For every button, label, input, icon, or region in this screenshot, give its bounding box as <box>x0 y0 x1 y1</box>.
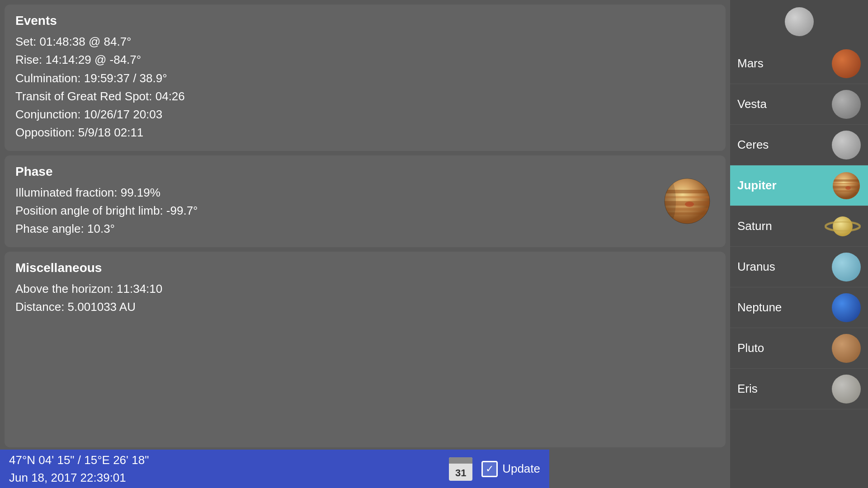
events-body: Set: 01:48:38 @ 84.7° Rise: 14:14:29 @ -… <box>15 33 715 142</box>
sidebar-item-uranus[interactable]: Uranus <box>730 247 868 287</box>
sidebar-item-neptune-label: Neptune <box>737 300 782 314</box>
svg-rect-13 <box>833 183 860 184</box>
events-line-4: Transit of Great Red Spot: 04:26 <box>15 87 715 105</box>
sidebar-item-saturn[interactable]: Saturn <box>730 206 868 247</box>
sidebar-item-saturn-label: Saturn <box>737 219 772 233</box>
illuminated-fraction: Illuminated fraction: 99.19% <box>15 183 715 202</box>
position-angle: Position angle of bright limb: -99.7° <box>15 202 715 220</box>
phase-title: Phase <box>15 164 715 179</box>
sidebar-item-pluto[interactable]: Pluto <box>730 328 868 369</box>
events-title: Events <box>15 14 715 28</box>
sidebar-item-ceres[interactable]: Ceres <box>730 125 868 165</box>
sidebar-item-ceres-label: Ceres <box>737 138 769 152</box>
sidebar-item-eris-label: Eris <box>737 382 758 396</box>
events-card: Events Set: 01:48:38 @ 84.7° Rise: 14:14… <box>5 5 726 151</box>
coordinates: 47°N 04' 15" / 15°E 26' 18" <box>9 451 440 469</box>
events-line-5: Conjunction: 10/26/17 20:03 <box>15 105 715 123</box>
vesta-ball <box>832 90 861 119</box>
svg-point-16 <box>845 186 851 190</box>
sidebar-item-uranus-label: Uranus <box>737 260 775 274</box>
sidebar-item-mars[interactable]: Mars <box>730 43 868 84</box>
ceres-ball <box>832 131 861 160</box>
jupiter-phase-image <box>662 176 712 226</box>
svg-rect-15 <box>833 190 860 192</box>
phase-angle: Phase angle: 10.3° <box>15 220 715 238</box>
checkbox-icon: ✓ <box>481 461 498 477</box>
events-line-3: Culmination: 19:59:37 / 38.9° <box>15 69 715 87</box>
uranus-ball <box>832 253 861 282</box>
bottom-bar: 47°N 04' 15" / 15°E 26' 18" Jun 18, 2017… <box>0 450 549 488</box>
bottom-bar-actions: 31 ✓ Update <box>449 457 540 481</box>
sidebar-item-jupiter[interactable]: Jupiter <box>730 165 868 206</box>
sidebar-top-planet <box>785 7 814 36</box>
calendar-number: 31 <box>455 467 466 479</box>
sidebar-item-vesta[interactable]: Vesta <box>730 84 868 125</box>
saturn-container <box>825 212 861 241</box>
misc-body: Above the horizon: 11:34:10 Distance: 5.… <box>15 280 715 316</box>
phase-card: Phase Illuminated fraction: 99.19% Posit… <box>5 155 726 247</box>
above-horizon: Above the horizon: 11:34:10 <box>15 280 715 298</box>
events-line-2: Rise: 14:14:29 @ -84.7° <box>15 51 715 69</box>
misc-card: Miscellaneous Above the horizon: 11:34:1… <box>5 252 726 447</box>
bottom-bar-info: 47°N 04' 15" / 15°E 26' 18" Jun 18, 2017… <box>9 451 440 487</box>
calendar-icon[interactable]: 31 <box>449 457 472 481</box>
sidebar-item-neptune[interactable]: Neptune <box>730 287 868 328</box>
sidebar-item-eris[interactable]: Eris <box>730 369 868 409</box>
misc-title: Miscellaneous <box>15 261 715 275</box>
datetime: Jun 18, 2017 22:39:01 <box>9 469 440 487</box>
mars-ball <box>832 49 861 78</box>
sidebar-item-jupiter-label: Jupiter <box>737 178 777 192</box>
events-line-6: Opposition: 5/9/18 02:11 <box>15 123 715 141</box>
svg-point-7 <box>685 202 694 207</box>
main-content: Events Set: 01:48:38 @ 84.7° Rise: 14:14… <box>0 0 730 488</box>
sidebar: Mars Vesta Ceres Jupiter <box>730 0 868 488</box>
sidebar-item-pluto-label: Pluto <box>737 341 764 355</box>
neptune-ball <box>832 293 861 322</box>
eris-ball <box>832 375 861 404</box>
sidebar-item-mars-label: Mars <box>737 56 764 70</box>
update-label: Update <box>502 462 540 476</box>
pluto-ball <box>832 334 861 363</box>
distance: Distance: 5.001033 AU <box>15 298 715 316</box>
events-line-1: Set: 01:48:38 @ 84.7° <box>15 33 715 51</box>
phase-body: Illuminated fraction: 99.19% Position an… <box>15 183 715 238</box>
svg-rect-12 <box>833 179 860 182</box>
jupiter-sidebar-ball <box>832 171 861 200</box>
update-button[interactable]: ✓ Update <box>481 461 540 477</box>
svg-point-18 <box>833 216 853 236</box>
saturn-sidebar-ball <box>825 212 861 241</box>
sidebar-item-vesta-label: Vesta <box>737 97 767 111</box>
